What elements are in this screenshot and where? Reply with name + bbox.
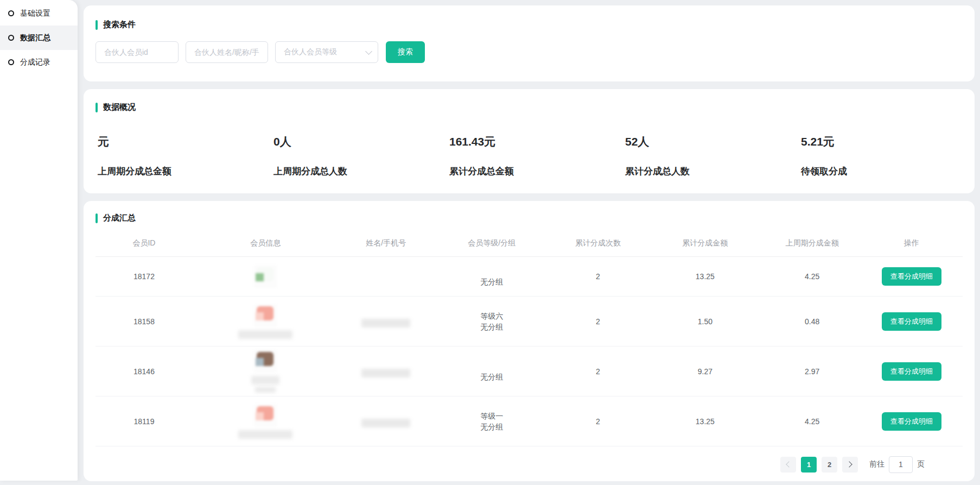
member-level: 等级一 [434, 411, 550, 421]
table-row: 18119 等级一 无分组 2 13.25 4.25 [96, 396, 963, 446]
avatar-blob [256, 412, 264, 420]
member-level [434, 266, 550, 276]
partner-level-select[interactable]: 合伙人会员等级 [275, 41, 378, 63]
section-title-bar [96, 20, 98, 30]
table-row: 18146 无分组 2 9.27 2.9 [96, 347, 963, 396]
circle-icon [8, 10, 14, 16]
partner-member-id-input[interactable] [96, 41, 179, 63]
pagination: 1 2 前往 页 [84, 448, 975, 481]
goto-label: 前往 [869, 459, 884, 469]
sidebar-item-label: 分成记录 [20, 58, 50, 67]
view-share-detail-button[interactable]: 查看分成明细 [882, 412, 941, 431]
member-group: 无分组 [434, 322, 550, 332]
table-row: 18172 无分组 2 13.25 4.25 查看分成明细 [96, 257, 963, 297]
member-group: 无分组 [434, 371, 550, 382]
data-overview-panel: 数据概况 元 上周期分成总金额 0人 上周期分成总人数 161.43元 累计分成… [84, 89, 975, 193]
search-panel: 搜索条件 合伙人会员等级 搜索 [84, 5, 975, 81]
share-count-cell: 2 [550, 417, 646, 426]
view-share-detail-button[interactable]: 查看分成明细 [882, 312, 941, 331]
chevron-right-icon [846, 461, 852, 467]
column-header-last-period-amount: 上周期分成金额 [764, 238, 860, 248]
level-group-cell: 无分组 [434, 266, 550, 287]
member-info-cell [193, 265, 338, 288]
last-period-amount-cell: 2.97 [764, 367, 860, 376]
stat-label: 上周期分成总金额 [98, 165, 271, 178]
circle-icon [8, 35, 14, 41]
stat-last-period-amount: 元 上周期分成总金额 [96, 134, 271, 178]
section-title-text: 数据概况 [103, 102, 136, 112]
member-level [434, 361, 550, 371]
redacted-phone [361, 369, 410, 377]
goto-page-input[interactable] [889, 456, 913, 473]
column-header-member-info: 会员信息 [193, 238, 338, 248]
member-id-cell: 18119 [96, 417, 193, 426]
member-info-cell [193, 350, 338, 393]
stat-value: 52人 [625, 134, 799, 149]
column-header-level-group: 会员等级/分组 [434, 238, 550, 248]
pager-next-button[interactable] [842, 457, 858, 473]
view-share-detail-button[interactable]: 查看分成明细 [882, 267, 941, 286]
stat-label: 累计分成总人数 [625, 165, 799, 178]
level-group-cell: 无分组 [434, 361, 550, 382]
member-info-cell [193, 304, 338, 339]
section-title-bar [96, 103, 98, 112]
redacted-nickname [238, 430, 292, 439]
share-summary-panel: 分成汇总 会员ID 会员信息 姓名/手机号 会员等级/分组 累计分成次数 累计分… [84, 201, 975, 481]
chevron-down-icon [365, 48, 372, 55]
sidebar-item-label: 基础设置 [20, 9, 50, 18]
last-period-amount-cell: 4.25 [764, 417, 860, 426]
stat-pending-share: 5.21元 待领取分成 [799, 134, 975, 178]
pager-prev-button[interactable] [780, 457, 796, 473]
avatar [254, 350, 277, 373]
member-group: 无分组 [434, 276, 550, 287]
stat-total-amount: 161.43元 累计分成总金额 [447, 134, 623, 178]
table-row: 18158 等级六 无分组 2 1.50 0.48 [96, 297, 963, 347]
share-count-cell: 2 [550, 317, 646, 326]
level-group-cell: 等级六 无分组 [434, 311, 550, 332]
member-id-cell: 18146 [96, 367, 193, 376]
select-placeholder: 合伙人会员等级 [284, 47, 337, 57]
avatar-blob [256, 312, 264, 320]
member-id-cell: 18172 [96, 272, 193, 281]
redacted-nickname [251, 376, 279, 385]
search-section-title: 搜索条件 [96, 20, 975, 30]
section-title-text: 分成汇总 [103, 213, 136, 223]
sidebar-item-data-summary[interactable]: 数据汇总 [0, 26, 78, 50]
search-button[interactable]: 搜索 [386, 41, 425, 63]
column-header-member-id: 会员ID [96, 238, 193, 248]
sidebar-item-share-records[interactable]: 分成记录 [0, 50, 78, 74]
partner-name-input[interactable] [186, 41, 268, 63]
avatar [254, 265, 277, 288]
share-summary-table: 会员ID 会员信息 姓名/手机号 会员等级/分组 累计分成次数 累计分成金额 上… [96, 230, 963, 446]
pager-page-2-button[interactable]: 2 [822, 457, 837, 473]
page-suffix-label: 页 [917, 459, 925, 469]
section-title-bar [96, 213, 98, 223]
total-amount-cell: 13.25 [646, 417, 764, 426]
column-header-share-count: 累计分成次数 [550, 238, 646, 248]
view-share-detail-button[interactable]: 查看分成明细 [882, 362, 941, 381]
column-header-name-phone: 姓名/手机号 [338, 238, 434, 248]
table-section-title: 分成汇总 [96, 213, 963, 223]
avatar [254, 304, 277, 327]
stat-label: 上周期分成总人数 [273, 165, 447, 178]
sidebar: 基础设置 数据汇总 分成记录 [0, 0, 78, 481]
member-group: 无分组 [434, 421, 550, 432]
chevron-left-icon [786, 461, 792, 467]
member-info-cell [193, 404, 338, 439]
avatar [254, 404, 277, 427]
redacted-nickname [255, 387, 276, 393]
total-amount-cell: 9.27 [646, 367, 764, 376]
stat-value: 元 [98, 134, 271, 149]
pager-page-1-button[interactable]: 1 [801, 457, 817, 473]
name-phone-cell [338, 316, 434, 327]
column-header-actions: 操作 [860, 238, 963, 248]
name-phone-cell [338, 415, 434, 427]
avatar-blob [256, 358, 264, 366]
total-amount-cell: 1.50 [646, 317, 764, 326]
last-period-amount-cell: 4.25 [764, 272, 860, 281]
sidebar-item-basic-settings[interactable]: 基础设置 [0, 1, 78, 26]
column-header-total-amount: 累计分成金额 [646, 238, 764, 248]
main-content: 搜索条件 合伙人会员等级 搜索 数据概况 元 上周期分成总金额 0人 上周期分成… [84, 0, 975, 485]
stat-value: 161.43元 [449, 134, 623, 149]
member-id-cell: 18158 [96, 317, 193, 326]
